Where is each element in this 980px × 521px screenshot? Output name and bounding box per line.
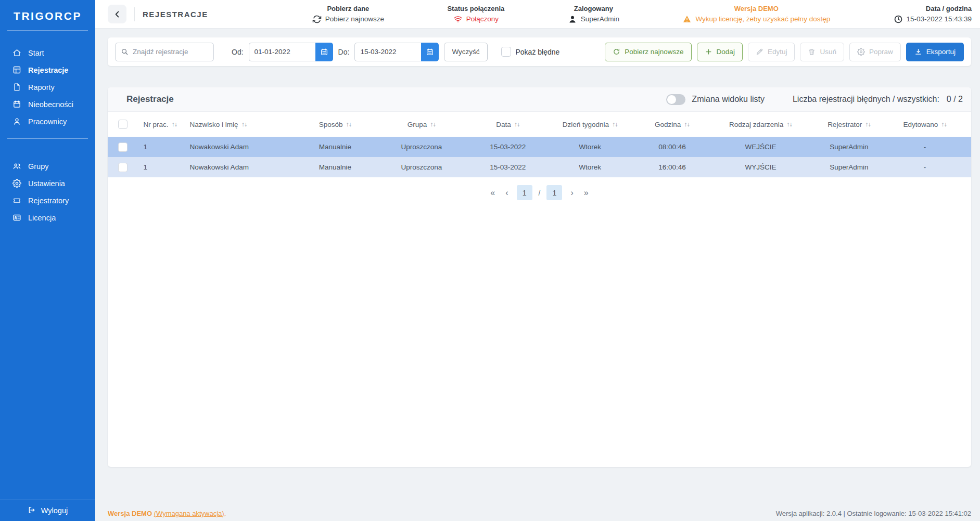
cell: Uproszczona <box>375 163 468 171</box>
show-errors-label: Pokaż błędne <box>516 48 560 56</box>
fetch-latest-header-action[interactable]: Pobierz najnowsze <box>312 15 384 24</box>
next-page-button[interactable]: › <box>568 187 575 199</box>
date-to-calendar-button[interactable] <box>421 43 439 61</box>
sidebar-item-ustawienia[interactable]: Ustawienia <box>0 175 95 192</box>
column-header-5[interactable]: Data↑↓ <box>468 121 548 128</box>
toggle-label: Zmiana widoku listy <box>692 95 765 104</box>
show-errors-checkbox-group[interactable]: Pokaż błędne <box>501 47 560 57</box>
cell: SuperAdmin <box>809 143 889 151</box>
cell: 15-03-2022 <box>468 143 548 151</box>
row-checkbox[interactable] <box>118 142 128 152</box>
refresh-icon <box>312 15 322 24</box>
column-header-2[interactable]: Nazwisko i imię↑↓ <box>190 121 295 128</box>
last-page-button[interactable]: » <box>582 187 591 199</box>
table-body: 1Nowakowski AdamManualnieUproszczona15-0… <box>108 137 971 177</box>
content-area: Od: Do: Wyczyść Pokaż błędne <box>95 29 980 521</box>
sidebar-item-raporty[interactable]: Raporty <box>0 79 95 96</box>
table-row[interactable]: 1Nowakowski AdamManualnieUproszczona15-0… <box>108 157 971 177</box>
column-header-8[interactable]: Rodzaj zdarzenia↑↓ <box>712 121 809 128</box>
cell: Manualnie <box>295 143 375 151</box>
column-header-6[interactable]: Dzień tygodnia↑↓ <box>548 121 632 128</box>
search-box <box>115 43 214 61</box>
download-status: Pobierz dane Pobierz najnowsze <box>312 5 384 24</box>
toggle-knob <box>667 95 676 104</box>
logged-in-status: Zalogowany SuperAdmin <box>568 5 619 24</box>
column-header-10[interactable]: Edytowano↑↓ <box>889 121 961 128</box>
fix-button[interactable]: Popraw <box>849 43 901 61</box>
column-header-7[interactable]: Godzina↑↓ <box>632 121 712 128</box>
sidebar: TRIGORCP StartRejestracjeRaportyNieobecn… <box>0 0 95 521</box>
error-counter: Liczba rejestracji błędnych / wszystkich… <box>793 95 963 104</box>
fetch-latest-button[interactable]: Pobierz najnowsze <box>605 43 691 61</box>
connection-status: Status połączenia Połączony <box>447 5 504 24</box>
cell: 1 <box>144 143 190 151</box>
edit-button[interactable]: Edytuj <box>748 43 795 61</box>
activation-link[interactable]: (Wymagana aktywacja) <box>154 510 224 517</box>
sort-icon: ↑↓ <box>612 121 618 128</box>
cell: WEJŚCIE <box>712 143 809 151</box>
table-row[interactable]: 1Nowakowski AdamManualnieUproszczona15-0… <box>108 137 971 157</box>
divider <box>134 7 135 21</box>
panel-header: Rejestracje Zmiana widoku listy Liczba r… <box>108 87 971 112</box>
export-button[interactable]: Eksportuj <box>906 43 964 61</box>
cell: 16:00:46 <box>632 163 712 171</box>
buy-license-link[interactable]: Wykup licencję, żeby uzyskać pełny dostę… <box>682 15 830 24</box>
show-errors-checkbox[interactable] <box>501 47 511 57</box>
warning-icon <box>682 15 692 24</box>
refresh-circle-icon <box>613 48 620 56</box>
calendar-icon <box>426 48 434 56</box>
sidebar-section-admin: GrupyUstawieniaRejestratoryLicencja <box>0 158 95 226</box>
app-logo: TRIGORCP <box>0 0 95 30</box>
date-from-calendar-button[interactable] <box>315 43 333 61</box>
date-from-input[interactable] <box>249 43 315 61</box>
sidebar-item-licencja[interactable]: Licencja <box>0 209 95 226</box>
document-icon <box>12 83 21 92</box>
column-header-1[interactable]: Nr prac.↑↓ <box>144 121 190 128</box>
page-separator: / <box>539 189 541 197</box>
column-header-4[interactable]: Grupa↑↓ <box>375 121 468 128</box>
datetime-status: Data / godzina 15-03-2022 15:43:39 <box>894 5 972 24</box>
clock-icon <box>894 15 903 24</box>
search-input[interactable] <box>133 48 208 56</box>
back-button[interactable] <box>108 5 126 23</box>
cell: Wtorek <box>548 163 632 171</box>
select-all-checkbox[interactable] <box>118 120 128 129</box>
row-checkbox[interactable] <box>118 163 128 172</box>
table-header-row: Nr prac.↑↓Nazwisko i imię↑↓Sposób↑↓Grupa… <box>108 112 971 137</box>
sidebar-item-nieobecno-ci[interactable]: Nieobecności <box>0 96 95 113</box>
logout-button[interactable]: Wyloguj <box>0 500 95 521</box>
sort-icon: ↑↓ <box>514 121 520 128</box>
current-page[interactable]: 1 <box>517 185 532 200</box>
sort-icon: ↑↓ <box>786 121 792 128</box>
sidebar-item-rejestratory[interactable]: Rejestratory <box>0 192 95 209</box>
list-view-toggle[interactable] <box>666 94 685 105</box>
first-page-button[interactable]: « <box>488 187 497 199</box>
from-label: Od: <box>232 48 244 56</box>
column-header-9[interactable]: Rejestrator↑↓ <box>809 121 889 128</box>
cell: Wtorek <box>548 143 632 151</box>
prev-page-button[interactable]: ‹ <box>503 187 510 199</box>
total-pages[interactable]: 1 <box>546 185 562 200</box>
pencil-icon <box>756 48 763 56</box>
registrations-panel: Rejestracje Zmiana widoku listy Liczba r… <box>108 87 971 467</box>
clear-button[interactable]: Wyczyść <box>444 43 487 61</box>
date-to-input[interactable] <box>354 43 421 61</box>
gear-icon <box>12 179 21 188</box>
sidebar-item-rejestracje[interactable]: Rejestracje <box>0 61 95 79</box>
date-from-group <box>249 43 333 61</box>
column-header-3[interactable]: Sposób↑↓ <box>295 121 375 128</box>
delete-button[interactable]: Usuń <box>800 43 844 61</box>
ticket-icon <box>12 196 21 205</box>
cell: 08:00:46 <box>632 143 712 151</box>
pagination: « ‹ 1 / 1 › » <box>108 185 971 200</box>
panel-title: Rejestracje <box>126 94 174 105</box>
sidebar-item-start[interactable]: Start <box>0 44 95 61</box>
sort-icon: ↑↓ <box>241 121 247 128</box>
list-view-toggle-group: Zmiana widoku listy <box>666 94 765 105</box>
sort-icon: ↑↓ <box>941 121 947 128</box>
sidebar-item-grupy[interactable]: Grupy <box>0 158 95 175</box>
sidebar-item-pracownicy[interactable]: Pracownicy <box>0 113 95 130</box>
logout-label: Wyloguj <box>41 506 68 515</box>
date-to-group <box>354 43 439 61</box>
add-button[interactable]: Dodaj <box>697 43 743 61</box>
